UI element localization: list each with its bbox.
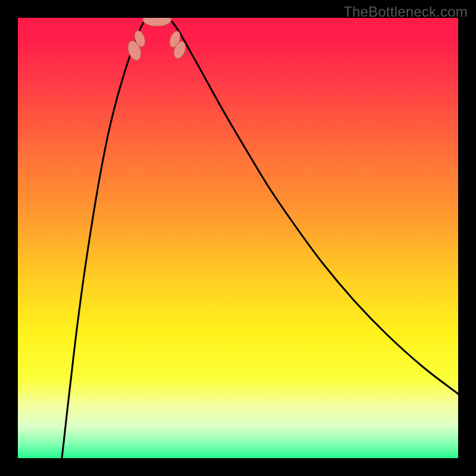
chart-svg bbox=[18, 18, 458, 458]
gradient-background bbox=[18, 18, 458, 458]
chart-frame: TheBottleneck.com bbox=[0, 0, 476, 476]
plot-area bbox=[18, 18, 458, 458]
